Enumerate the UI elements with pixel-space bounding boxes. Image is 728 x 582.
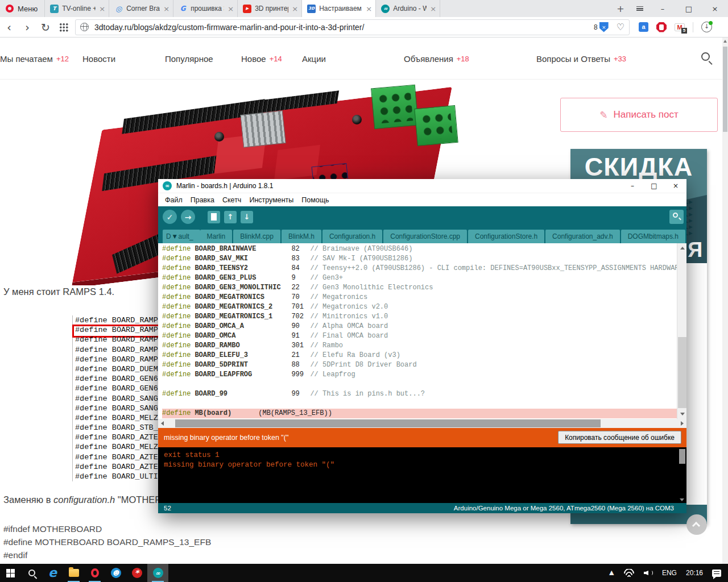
nav-item[interactable]: Объявления +18 (404, 38, 469, 80)
reload-button[interactable]: ↻ (36, 21, 55, 34)
ide-file-tab[interactable]: ConfigurationStore.cpp (383, 230, 467, 243)
console-scrollbar[interactable] (678, 448, 686, 502)
browser-minimize-button[interactable]: – (650, 0, 676, 17)
ide-file-tab[interactable]: Configuration.h (322, 230, 382, 243)
back-button[interactable]: ‹ (0, 21, 18, 34)
scrollbar-thumb[interactable] (175, 419, 601, 427)
ide-menu-item[interactable]: Правка (187, 196, 218, 204)
divider (693, 22, 693, 32)
ide-file-tab[interactable]: DOGMbitmaps.h (621, 230, 685, 243)
opera-icon[interactable] (84, 564, 105, 582)
scrollbar-thumb[interactable] (679, 449, 685, 464)
edge-icon[interactable]: e (42, 564, 63, 582)
arduino-taskbar-icon[interactable]: ∞ (147, 564, 168, 582)
taskbar-search-button[interactable] (21, 564, 42, 582)
ide-console[interactable]: exit status 1 missing binary operator be… (158, 447, 686, 503)
browser-tab[interactable]: 3D Настраиваем проши × (302, 0, 376, 17)
ide-file-tab[interactable]: Marlin (200, 230, 233, 243)
ide-code-editor[interactable]: #defineBOARD_BRAINWAVE82// Brainwave (AT… (158, 243, 677, 419)
ide-file-tab[interactable]: Configuration_adv.h (545, 230, 620, 243)
browser-close-button[interactable]: × (702, 0, 728, 17)
ide-menu-item[interactable]: Файл (161, 196, 187, 204)
browser-menu-button[interactable]: Меню (0, 0, 45, 17)
scroll-right-arrow[interactable] (681, 421, 684, 426)
serial-monitor-button[interactable] (669, 210, 684, 224)
clock[interactable]: 20:16 (686, 569, 703, 577)
scrollbar-thumb[interactable] (723, 47, 727, 132)
ide-minimize-button[interactable]: – (622, 179, 643, 193)
scroll-up-arrow[interactable] (680, 247, 685, 250)
tray-chevron-icon[interactable]: ▼ (609, 569, 614, 577)
ide-title-bar[interactable]: ∞ Marlin - boards.h | Arduino 1.8.1 – □ … (158, 179, 686, 193)
page-scrollbar[interactable] (722, 38, 728, 564)
ide-overflow-tab[interactable]: D ▼ ault_ (163, 230, 200, 243)
ide-menu-bar: Файл Правка Скетч Инструменты Помощь (158, 193, 686, 206)
ide-maximize-button[interactable]: □ (643, 179, 665, 193)
url-text[interactable]: 3dtoday.ru/blogs/akdzg/custom-firmware-m… (94, 23, 594, 32)
forward-button[interactable]: › (18, 21, 36, 34)
url-field[interactable]: 3dtoday.ru/blogs/akdzg/custom-firmware-m… (75, 19, 630, 35)
nav-item[interactable]: Мы печатаем +12 (0, 38, 69, 80)
tab-close-icon[interactable]: × (430, 5, 436, 13)
nav-item[interactable]: Популярное (165, 38, 217, 80)
copy-error-button[interactable]: Копировать сообщение об ошибке (558, 431, 681, 444)
ide-close-button[interactable]: × (665, 179, 686, 193)
language-indicator[interactable]: ENG (662, 569, 677, 577)
tab-close-icon[interactable]: × (99, 5, 105, 13)
start-button[interactable] (0, 564, 21, 582)
tab-menu-button[interactable] (630, 6, 650, 11)
verify-button[interactable]: ✓ (163, 210, 177, 224)
new-tab-button[interactable]: + (611, 3, 630, 14)
save-sketch-button[interactable]: ↓ (241, 211, 253, 223)
capacitor (352, 115, 362, 124)
nav-item[interactable]: Новое +14 (241, 38, 282, 80)
nav-item[interactable]: Вопросы и Ответы +33 (536, 38, 626, 80)
scroll-down-arrow[interactable] (680, 413, 685, 415)
translate-extension-icon[interactable]: a (639, 22, 648, 32)
open-sketch-button[interactable]: ↑ (224, 211, 237, 223)
nav-item[interactable]: Новости (82, 38, 119, 80)
scroll-left-arrow[interactable] (161, 421, 164, 426)
scroll-down-arrow[interactable] (680, 498, 684, 501)
site-search-icon[interactable] (701, 52, 710, 61)
ide-file-tab[interactable]: ConfigurationStore.h (468, 230, 544, 243)
tab-close-icon[interactable]: × (292, 5, 298, 13)
browser-tab[interactable]: ∞ Arduino - Windows × (376, 0, 440, 17)
explorer-icon[interactable] (63, 564, 84, 582)
upload-button[interactable]: → (181, 210, 195, 224)
ide-menu-item[interactable]: Инструменты (245, 196, 297, 204)
write-post-button[interactable]: ✎ Написать пост (560, 98, 718, 132)
new-sketch-button[interactable] (208, 211, 220, 223)
editor-horizontal-scrollbar[interactable] (158, 419, 686, 428)
bookmark-heart-icon[interactable]: ♡ (617, 22, 624, 32)
scrollbar-up-arrow[interactable] (723, 40, 727, 43)
scrollbar-thumb[interactable] (678, 337, 686, 408)
ide-menu-item[interactable]: Помощь (297, 196, 333, 204)
intro-text: У меня стоит RAMPS 1.4. (3, 286, 114, 297)
tab-dropdown-icon[interactable]: ▼ (173, 234, 177, 239)
tab-close-icon[interactable]: × (366, 5, 372, 13)
action-center-icon[interactable] (712, 569, 721, 577)
browser-tab[interactable]: ◎ Corner Bracket Glass × (109, 0, 173, 17)
browser-tab[interactable]: T TV-online + телепро × (45, 0, 109, 17)
browser-maximize-button[interactable]: □ (676, 0, 702, 17)
ide-file-tab[interactable]: BlinkM.cpp (233, 230, 280, 243)
hand-stop-extension-icon[interactable] (656, 22, 667, 32)
editor-vertical-scrollbar[interactable] (677, 243, 686, 419)
gmail-extension-icon[interactable]: M5 (675, 23, 685, 31)
browser-tab[interactable]: G прошивка 3д принте × (173, 0, 238, 17)
adblock-badge[interactable]: 8 × (594, 22, 609, 32)
ide-file-tab[interactable]: BlinkM.h (282, 230, 321, 243)
nav-item[interactable]: Акции (302, 38, 329, 80)
speaker-icon[interactable] (644, 569, 653, 577)
scroll-to-top-button[interactable] (686, 514, 707, 535)
tab-close-icon[interactable]: × (163, 5, 169, 13)
red-app-icon[interactable]: * (126, 564, 147, 582)
download-icon[interactable]: ↓ (701, 22, 712, 32)
ide-menu-item[interactable]: Скетч (218, 196, 245, 204)
tab-close-icon[interactable]: × (228, 5, 234, 13)
smiley-app-icon[interactable]: ☻ (105, 564, 126, 582)
browser-tab[interactable]: ▶ 3D принтер своими × (238, 0, 302, 17)
wifi-icon[interactable] (623, 569, 635, 577)
speed-dial-icon[interactable] (59, 23, 68, 32)
